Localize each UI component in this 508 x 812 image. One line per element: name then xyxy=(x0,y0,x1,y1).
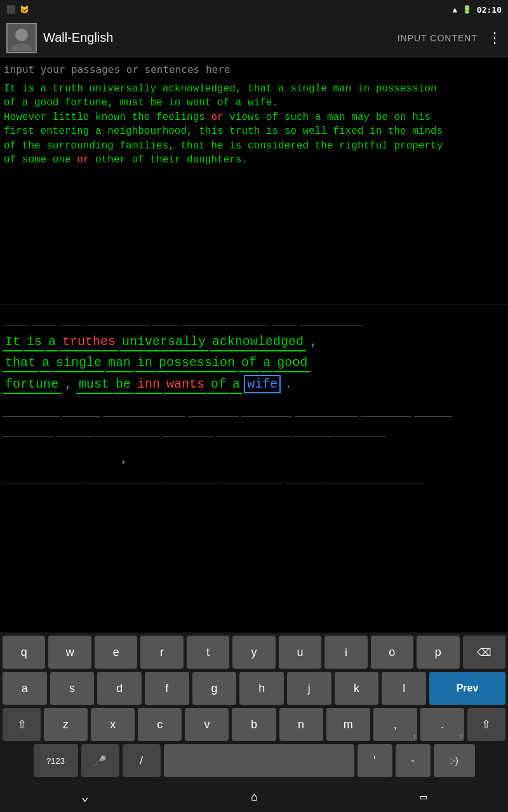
token-of[interactable]: of xyxy=(239,354,259,372)
token-truthes[interactable]: truthes xyxy=(60,333,118,351)
apostrophe-key[interactable]: ' xyxy=(358,744,392,777)
recent-nav-icon[interactable]: ▭ xyxy=(420,790,427,803)
token-be[interactable]: be xyxy=(113,376,133,394)
token-must[interactable]: must xyxy=(76,376,112,394)
input-content-button[interactable]: INPUT CONTENT xyxy=(398,33,478,43)
token-good[interactable]: good xyxy=(274,354,310,372)
blank-slot xyxy=(97,424,160,437)
blank-slot xyxy=(335,424,386,437)
token-wants[interactable]: wants xyxy=(164,376,207,394)
space-key[interactable] xyxy=(164,744,354,777)
token-acknowledged[interactable]: acknowledged xyxy=(210,333,306,351)
key-i[interactable]: i xyxy=(324,636,367,669)
slot xyxy=(180,313,269,325)
key-h[interactable]: h xyxy=(239,672,284,705)
token-It[interactable]: It xyxy=(3,333,23,351)
key-o[interactable]: o xyxy=(371,636,413,669)
key-c[interactable]: c xyxy=(138,708,182,741)
token-row-2: that a single man in possession of a goo… xyxy=(3,354,505,372)
token-man[interactable]: man xyxy=(105,354,133,372)
key-x[interactable]: x xyxy=(91,708,135,741)
keyboard-row-1: q w e r t y u i o p ⌫ xyxy=(0,636,508,669)
token-a2[interactable]: a xyxy=(39,354,52,372)
smiley-key[interactable]: :-) xyxy=(434,744,475,777)
token-in[interactable]: in xyxy=(135,354,155,372)
slot xyxy=(86,313,150,325)
token-inn[interactable]: inn xyxy=(135,376,163,394)
word-analysis-area: It is a truthes universally acknowledged… xyxy=(0,304,508,577)
slot xyxy=(58,313,84,325)
blank-slot xyxy=(295,424,333,437)
token-of2[interactable]: of xyxy=(208,376,229,394)
home-nav-icon[interactable]: ⌂ xyxy=(251,790,258,803)
key-b[interactable]: b xyxy=(232,708,276,741)
token-wife[interactable]: wife xyxy=(244,375,281,393)
key-g[interactable]: g xyxy=(192,672,237,705)
blank-slot xyxy=(163,424,213,437)
placeholder-text: input your passages or sentences here xyxy=(4,63,504,75)
key-q[interactable]: q xyxy=(3,636,45,669)
slot xyxy=(300,313,363,325)
prev-button[interactable]: Prev xyxy=(429,672,505,705)
key-p[interactable]: p xyxy=(417,636,459,669)
key-d[interactable]: d xyxy=(97,672,142,705)
token-comma-bottom: , xyxy=(117,449,130,467)
token-comma-1: , xyxy=(307,333,320,350)
token-a3[interactable]: a xyxy=(260,354,273,372)
key-e[interactable]: e xyxy=(95,636,137,669)
keyboard-row-3: ⇧ z x c v b n m ,! .? ⇧ xyxy=(0,708,508,741)
content-area: input your passages or sentences here It… xyxy=(0,57,508,304)
token-fortune[interactable]: fortune xyxy=(3,376,61,394)
mic-key[interactable]: 🎤 xyxy=(81,744,119,777)
key-y[interactable]: y xyxy=(232,636,275,669)
blank-slot xyxy=(295,404,358,417)
blank-slot xyxy=(62,404,100,417)
token-is[interactable]: is xyxy=(24,333,44,351)
backspace-key[interactable]: ⌫ xyxy=(463,636,505,669)
key-l[interactable]: l xyxy=(382,672,426,705)
key-n[interactable]: n xyxy=(279,708,323,741)
shift-key-left[interactable]: ⇧ xyxy=(3,708,41,741)
status-bar: ⬛ 🐱 ▲ 🔋 02:10 xyxy=(0,0,508,19)
keyboard-row-2: a s d f g h j k l Prev xyxy=(0,672,508,705)
key-j[interactable]: j xyxy=(287,672,331,705)
key-r[interactable]: r xyxy=(140,636,183,669)
slash-key[interactable]: / xyxy=(123,744,161,777)
app-bar: Wall-English INPUT CONTENT ⋮ xyxy=(0,19,508,57)
blank-slot xyxy=(361,404,411,417)
shift-key-right[interactable]: ⇧ xyxy=(467,708,505,741)
android-icon: ⬛ xyxy=(6,5,16,14)
token-comma-2: , xyxy=(62,376,75,393)
blank-row-1 xyxy=(3,404,505,417)
clock: 02:10 xyxy=(477,5,502,15)
svg-point-0 xyxy=(15,29,28,41)
fn-key[interactable]: ?123 xyxy=(34,744,78,777)
token-a[interactable]: a xyxy=(46,333,58,351)
key-m[interactable]: m xyxy=(326,708,370,741)
token-a4[interactable]: a xyxy=(230,376,243,394)
blank-slot xyxy=(188,404,239,417)
key-s[interactable]: s xyxy=(50,672,95,705)
token-that[interactable]: that xyxy=(3,354,38,372)
key-f[interactable]: f xyxy=(145,672,189,705)
key-w[interactable]: w xyxy=(48,636,91,669)
token-row-1: It is a truthes universally acknowledged… xyxy=(3,333,505,351)
key-period[interactable]: .? xyxy=(420,708,464,741)
key-t[interactable]: t xyxy=(187,636,229,669)
battery-icon: 🔋 xyxy=(462,5,472,14)
blank-slot xyxy=(241,404,292,417)
key-a[interactable]: a xyxy=(3,672,47,705)
dash-key[interactable]: - xyxy=(396,744,431,777)
token-possession[interactable]: possession xyxy=(156,354,237,372)
key-k[interactable]: k xyxy=(335,672,379,705)
slot xyxy=(272,313,297,325)
back-nav-icon[interactable]: ⌄ xyxy=(81,789,89,804)
menu-button[interactable]: ⋮ xyxy=(488,30,502,46)
passage-text[interactable]: It is a truth universally acknowledged, … xyxy=(4,82,504,167)
key-v[interactable]: v xyxy=(185,708,229,741)
key-comma[interactable]: ,! xyxy=(373,708,417,741)
token-universally[interactable]: universally xyxy=(119,333,208,351)
token-single[interactable]: single xyxy=(53,354,104,372)
key-z[interactable]: z xyxy=(44,708,88,741)
key-u[interactable]: u xyxy=(279,636,321,669)
